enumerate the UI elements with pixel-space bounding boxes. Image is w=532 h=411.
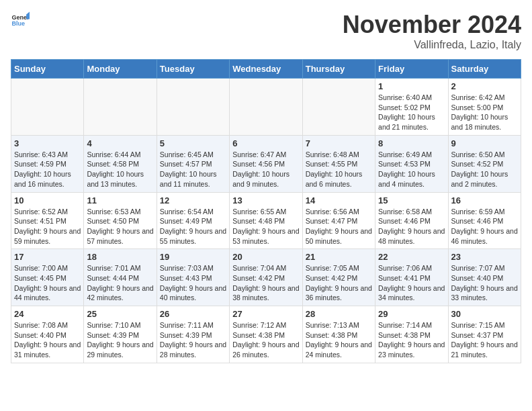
calendar-week-row: 17Sunrise: 7:00 AM Sunset: 4:45 PM Dayli… (11, 249, 521, 306)
calendar-week-row: 3Sunrise: 6:43 AM Sunset: 4:59 PM Daylig… (11, 135, 521, 192)
day-number: 9 (451, 138, 518, 148)
day-info: Sunrise: 7:11 AM Sunset: 4:39 PM Dayligh… (160, 320, 226, 360)
day-info: Sunrise: 6:58 AM Sunset: 4:46 PM Dayligh… (378, 207, 445, 246)
svg-text:Blue: Blue (11, 20, 25, 27)
day-info: Sunrise: 6:43 AM Sunset: 4:59 PM Dayligh… (14, 150, 81, 189)
day-info: Sunrise: 6:47 AM Sunset: 4:56 PM Dayligh… (232, 150, 299, 189)
day-number: 25 (87, 309, 153, 319)
table-row: 11Sunrise: 6:53 AM Sunset: 4:50 PM Dayli… (84, 192, 157, 249)
day-info: Sunrise: 7:06 AM Sunset: 4:41 PM Dayligh… (378, 263, 445, 303)
table-row: 7Sunrise: 6:48 AM Sunset: 4:55 PM Daylig… (302, 135, 375, 192)
day-number: 21 (306, 252, 372, 262)
day-number: 12 (160, 195, 226, 205)
day-number: 4 (87, 138, 153, 148)
day-number: 19 (160, 252, 226, 262)
table-row: 27Sunrise: 7:12 AM Sunset: 4:38 PM Dayli… (230, 306, 302, 363)
day-number: 2 (451, 81, 518, 91)
table-row: 30Sunrise: 7:15 AM Sunset: 4:37 PM Dayli… (448, 306, 521, 363)
day-info: Sunrise: 6:45 AM Sunset: 4:57 PM Dayligh… (160, 150, 226, 189)
table-row: 19Sunrise: 7:03 AM Sunset: 4:43 PM Dayli… (157, 249, 229, 306)
day-number: 27 (232, 309, 299, 319)
day-number: 24 (14, 309, 81, 319)
day-info: Sunrise: 6:42 AM Sunset: 5:00 PM Dayligh… (451, 93, 518, 132)
calendar-week-row: 1Sunrise: 6:40 AM Sunset: 5:02 PM Daylig… (11, 79, 521, 136)
day-info: Sunrise: 6:54 AM Sunset: 4:49 PM Dayligh… (160, 207, 226, 246)
table-row: 5Sunrise: 6:45 AM Sunset: 4:57 PM Daylig… (157, 135, 229, 192)
day-number: 14 (306, 195, 372, 205)
day-number: 23 (451, 252, 518, 262)
day-info: Sunrise: 6:56 AM Sunset: 4:47 PM Dayligh… (306, 207, 372, 246)
table-row: 1Sunrise: 6:40 AM Sunset: 5:02 PM Daylig… (375, 79, 448, 136)
table-row (230, 79, 302, 136)
day-info: Sunrise: 7:12 AM Sunset: 4:38 PM Dayligh… (232, 320, 299, 360)
day-number: 28 (306, 309, 372, 319)
day-number: 5 (160, 138, 226, 148)
calendar-week-row: 24Sunrise: 7:08 AM Sunset: 4:40 PM Dayli… (11, 306, 521, 363)
calendar-week-row: 10Sunrise: 6:52 AM Sunset: 4:51 PM Dayli… (11, 192, 521, 249)
header-monday: Monday (84, 60, 157, 79)
day-info: Sunrise: 6:59 AM Sunset: 4:46 PM Dayligh… (451, 207, 518, 246)
title-block: November 2024 Vallinfreda, Lazio, Italy (343, 11, 521, 51)
page-header: General Blue November 2024 Vallinfreda, … (11, 11, 521, 51)
table-row: 8Sunrise: 6:49 AM Sunset: 4:53 PM Daylig… (375, 135, 448, 192)
calendar-header-row: Sunday Monday Tuesday Wednesday Thursday… (11, 60, 521, 79)
header-wednesday: Wednesday (230, 60, 302, 79)
svg-marker-2 (26, 11, 30, 19)
location-subtitle: Vallinfreda, Lazio, Italy (343, 39, 521, 51)
day-info: Sunrise: 6:52 AM Sunset: 4:51 PM Dayligh… (14, 207, 81, 246)
day-info: Sunrise: 6:50 AM Sunset: 4:52 PM Dayligh… (451, 150, 518, 189)
table-row: 29Sunrise: 7:14 AM Sunset: 4:38 PM Dayli… (375, 306, 448, 363)
day-info: Sunrise: 7:13 AM Sunset: 4:38 PM Dayligh… (306, 320, 372, 360)
table-row: 21Sunrise: 7:05 AM Sunset: 4:42 PM Dayli… (302, 249, 375, 306)
table-row: 15Sunrise: 6:58 AM Sunset: 4:46 PM Dayli… (375, 192, 448, 249)
table-row: 4Sunrise: 6:44 AM Sunset: 4:58 PM Daylig… (84, 135, 157, 192)
table-row: 13Sunrise: 6:55 AM Sunset: 4:48 PM Dayli… (230, 192, 302, 249)
day-info: Sunrise: 6:48 AM Sunset: 4:55 PM Dayligh… (306, 150, 372, 189)
day-number: 20 (232, 252, 299, 262)
table-row: 26Sunrise: 7:11 AM Sunset: 4:39 PM Dayli… (157, 306, 229, 363)
day-number: 18 (87, 252, 153, 262)
table-row: 2Sunrise: 6:42 AM Sunset: 5:00 PM Daylig… (448, 79, 521, 136)
day-number: 10 (14, 195, 81, 205)
table-row (11, 79, 84, 136)
day-info: Sunrise: 7:00 AM Sunset: 4:45 PM Dayligh… (14, 263, 81, 303)
day-info: Sunrise: 6:53 AM Sunset: 4:50 PM Dayligh… (87, 207, 153, 246)
day-info: Sunrise: 7:07 AM Sunset: 4:40 PM Dayligh… (451, 263, 518, 303)
table-row: 6Sunrise: 6:47 AM Sunset: 4:56 PM Daylig… (230, 135, 302, 192)
table-row: 12Sunrise: 6:54 AM Sunset: 4:49 PM Dayli… (157, 192, 229, 249)
day-number: 1 (378, 81, 445, 91)
day-info: Sunrise: 7:03 AM Sunset: 4:43 PM Dayligh… (160, 263, 226, 303)
day-info: Sunrise: 7:05 AM Sunset: 4:42 PM Dayligh… (306, 263, 372, 303)
day-info: Sunrise: 7:10 AM Sunset: 4:39 PM Dayligh… (87, 320, 153, 360)
table-row (157, 79, 229, 136)
day-number: 8 (378, 138, 445, 148)
header-tuesday: Tuesday (157, 60, 229, 79)
day-info: Sunrise: 6:55 AM Sunset: 4:48 PM Dayligh… (232, 207, 299, 246)
day-number: 3 (14, 138, 81, 148)
day-number: 16 (451, 195, 518, 205)
day-info: Sunrise: 7:15 AM Sunset: 4:37 PM Dayligh… (451, 320, 518, 360)
day-info: Sunrise: 6:44 AM Sunset: 4:58 PM Dayligh… (87, 150, 153, 189)
day-number: 22 (378, 252, 445, 262)
day-number: 29 (378, 309, 445, 319)
day-info: Sunrise: 7:04 AM Sunset: 4:42 PM Dayligh… (232, 263, 299, 303)
table-row: 23Sunrise: 7:07 AM Sunset: 4:40 PM Dayli… (448, 249, 521, 306)
table-row: 20Sunrise: 7:04 AM Sunset: 4:42 PM Dayli… (230, 249, 302, 306)
table-row: 9Sunrise: 6:50 AM Sunset: 4:52 PM Daylig… (448, 135, 521, 192)
table-row: 28Sunrise: 7:13 AM Sunset: 4:38 PM Dayli… (302, 306, 375, 363)
day-info: Sunrise: 7:01 AM Sunset: 4:44 PM Dayligh… (87, 263, 153, 303)
logo: General Blue (11, 11, 30, 30)
table-row (84, 79, 157, 136)
table-row: 17Sunrise: 7:00 AM Sunset: 4:45 PM Dayli… (11, 249, 84, 306)
table-row (302, 79, 375, 136)
day-number: 17 (14, 252, 81, 262)
header-saturday: Saturday (448, 60, 521, 79)
day-number: 30 (451, 309, 518, 319)
day-number: 7 (306, 138, 372, 148)
header-thursday: Thursday (302, 60, 375, 79)
day-number: 15 (378, 195, 445, 205)
day-info: Sunrise: 6:49 AM Sunset: 4:53 PM Dayligh… (378, 150, 445, 189)
table-row: 10Sunrise: 6:52 AM Sunset: 4:51 PM Dayli… (11, 192, 84, 249)
day-info: Sunrise: 7:14 AM Sunset: 4:38 PM Dayligh… (378, 320, 445, 360)
month-title: November 2024 (343, 11, 521, 39)
